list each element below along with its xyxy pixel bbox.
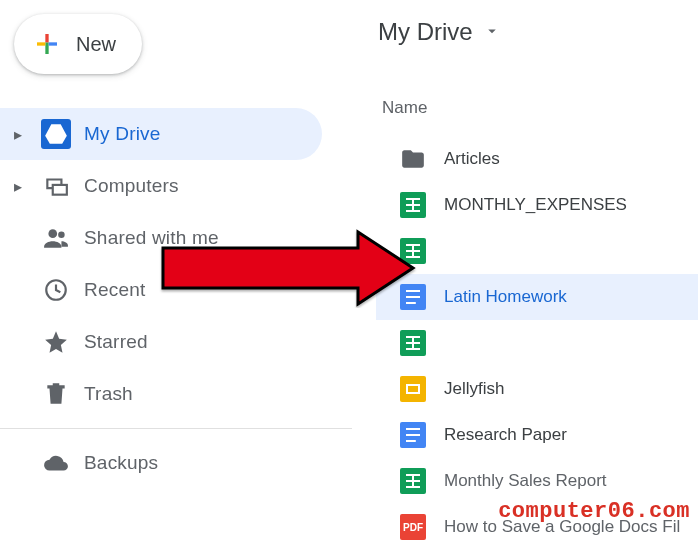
sidebar-item-recent[interactable]: Recent <box>0 264 352 316</box>
svg-point-2 <box>58 232 64 239</box>
file-row[interactable]: PDFHow to Save a Google Docs Fil <box>376 504 698 542</box>
file-row[interactable] <box>376 320 698 366</box>
drive-icon <box>28 119 84 149</box>
plus-icon <box>32 29 62 59</box>
sidebar-item-label: Backups <box>84 452 158 474</box>
doc-icon <box>400 284 426 310</box>
sidebar-item-trash[interactable]: Trash <box>0 368 352 420</box>
breadcrumb[interactable]: My Drive <box>376 14 503 50</box>
main-panel: My Drive Name ArticlesMONTHLY_EXPENSESLa… <box>352 0 698 542</box>
clock-icon <box>28 277 84 303</box>
sidebar-item-label: Recent <box>84 279 145 301</box>
star-icon <box>28 329 84 355</box>
file-name: Latin Homework <box>444 287 567 307</box>
file-row[interactable] <box>376 228 698 274</box>
sidebar-item-label: Shared with me <box>84 227 219 249</box>
file-name: Research Paper <box>444 425 567 445</box>
sidebar-item-label: Starred <box>84 331 148 353</box>
file-name: Articles <box>444 149 500 169</box>
file-row[interactable]: Articles <box>376 136 698 182</box>
sidebar-item-backups[interactable]: Backups <box>0 437 352 489</box>
file-row[interactable]: Jellyfish <box>376 366 698 412</box>
sidebar: New ▸ My Drive ▸ Computers <box>0 0 352 542</box>
sheet-icon <box>400 192 426 218</box>
sidebar-item-computers[interactable]: ▸ Computers <box>0 160 352 212</box>
sidebar-item-shared[interactable]: Shared with me <box>0 212 352 264</box>
file-name: Monthly Sales Report <box>444 471 607 491</box>
file-name: How to Save a Google Docs Fil <box>444 517 680 537</box>
file-row[interactable]: MONTHLY_EXPENSES <box>376 182 698 228</box>
sheet-icon <box>400 468 426 494</box>
people-icon <box>28 225 84 251</box>
breadcrumb-label: My Drive <box>378 18 473 46</box>
sidebar-item-my-drive[interactable]: ▸ My Drive <box>0 108 322 160</box>
sheet-icon <box>400 238 426 264</box>
folder-icon <box>400 146 426 172</box>
file-list: ArticlesMONTHLY_EXPENSESLatin HomeworkJe… <box>376 136 698 542</box>
new-button[interactable]: New <box>14 14 142 74</box>
expand-icon[interactable]: ▸ <box>8 125 28 144</box>
computers-icon <box>28 173 84 199</box>
sidebar-item-starred[interactable]: Starred <box>0 316 352 368</box>
file-row[interactable]: Monthly Sales Report <box>376 458 698 504</box>
divider <box>0 428 352 429</box>
svg-point-1 <box>48 229 57 238</box>
expand-icon[interactable]: ▸ <box>8 177 28 196</box>
file-name: MONTHLY_EXPENSES <box>444 195 627 215</box>
sheet-icon <box>400 330 426 356</box>
trash-icon <box>28 381 84 407</box>
new-button-label: New <box>76 33 116 56</box>
file-row[interactable]: Latin Homework <box>376 274 698 320</box>
sidebar-item-label: Trash <box>84 383 133 405</box>
file-row[interactable]: Research Paper <box>376 412 698 458</box>
nav-list: ▸ My Drive ▸ Computers Shared with me <box>0 108 352 489</box>
svg-rect-0 <box>53 185 67 195</box>
cloud-icon <box>28 450 84 476</box>
pdf-icon: PDF <box>400 514 426 540</box>
column-header-name[interactable]: Name <box>376 98 698 118</box>
chevron-down-icon <box>483 18 501 46</box>
file-name: Jellyfish <box>444 379 504 399</box>
slide-icon <box>400 376 426 402</box>
sidebar-item-label: My Drive <box>84 123 161 145</box>
sidebar-item-label: Computers <box>84 175 179 197</box>
doc-icon <box>400 422 426 448</box>
